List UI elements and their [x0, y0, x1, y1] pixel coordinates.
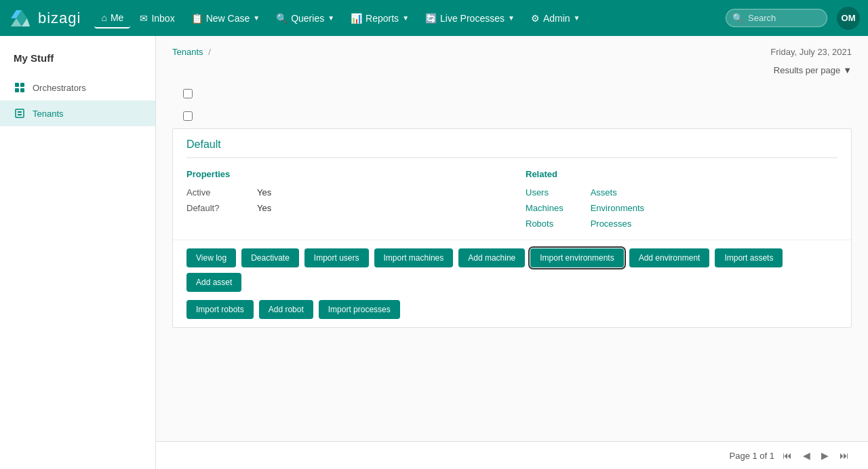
admin-caret-icon: ▼	[574, 14, 580, 22]
import-machines-button[interactable]: Import machines	[374, 248, 454, 267]
sidebar: My Stuff Orchestrators Tenants	[0, 36, 156, 469]
import-robots-button[interactable]: Import robots	[186, 300, 254, 319]
admin-gear-icon: ⚙	[531, 13, 540, 24]
related-machines[interactable]: Machines	[526, 203, 564, 213]
import-users-button[interactable]: Import users	[304, 248, 369, 267]
results-per-page-caret-icon: ▼	[843, 65, 852, 75]
nav-new-case-label: New Case	[206, 13, 250, 24]
nav-queries[interactable]: 🔍 Queries ▼	[269, 9, 341, 28]
logo[interactable]: bizagi	[8, 6, 81, 31]
sidebar-item-orchestrators[interactable]: Orchestrators	[0, 75, 155, 100]
briefcase-icon: 📋	[191, 13, 203, 24]
row-checkbox[interactable]	[183, 111, 193, 121]
import-environments-button[interactable]: Import environments	[530, 248, 623, 267]
main-content: Tenants / Friday, July 23, 2021 Results …	[156, 36, 868, 469]
nav-reports[interactable]: 📊 Reports ▼	[344, 9, 416, 28]
add-environment-button[interactable]: Add environment	[629, 248, 710, 267]
tenant-body: Properties Active Yes Default? Yes Relat…	[173, 158, 851, 240]
search-input[interactable]	[726, 9, 827, 27]
logo-text: bizagi	[38, 10, 81, 27]
live-processes-caret-icon: ▼	[508, 14, 515, 22]
svg-rect-5	[20, 83, 24, 87]
home-icon: ⌂	[101, 12, 106, 23]
prop-active-value: Yes	[257, 187, 271, 198]
prop-default-value: Yes	[257, 203, 271, 213]
nav-me-label: Me	[111, 12, 123, 23]
prop-default-label: Default?	[186, 203, 241, 213]
tenants-icon	[14, 107, 26, 119]
reports-chart-icon: 📊	[351, 13, 362, 24]
related-section: Related Users Machines Robots Assets Env…	[526, 169, 837, 229]
new-case-caret-icon: ▼	[253, 14, 260, 22]
import-processes-button[interactable]: Import processes	[319, 300, 400, 319]
bizagi-logo-icon	[8, 6, 33, 31]
avatar[interactable]: OM	[837, 7, 860, 30]
related-col-2: Assets Environments Processes	[591, 187, 644, 229]
tenant-card: Default Properties Active Yes Default? Y…	[172, 128, 852, 328]
nav-queries-label: Queries	[291, 13, 324, 24]
breadcrumb-separator: /	[208, 47, 211, 57]
results-per-page-label: Results per page	[774, 65, 840, 75]
related-title: Related	[526, 169, 837, 179]
svg-rect-8	[16, 109, 24, 117]
properties-title: Properties	[186, 169, 498, 179]
nav-live-processes-label: Live Processes	[440, 13, 505, 24]
add-robot-button[interactable]: Add robot	[259, 300, 313, 319]
search-wrapper: 🔍	[726, 9, 827, 27]
nav-admin[interactable]: ⚙ Admin ▼	[524, 9, 587, 28]
pagination-label: Page 1 of 1	[730, 451, 775, 461]
date-label: Friday, July 23, 2021	[770, 47, 852, 57]
nav-new-case[interactable]: 📋 New Case ▼	[184, 9, 267, 28]
deactivate-button[interactable]: Deactivate	[241, 248, 299, 267]
actions-row: View logDeactivateImport usersImport mac…	[173, 240, 851, 327]
related-environments[interactable]: Environments	[591, 203, 644, 213]
sidebar-title: My Stuff	[0, 47, 155, 75]
results-per-page[interactable]: Results per page ▼	[172, 65, 852, 75]
breadcrumb-tenants[interactable]: Tenants	[172, 47, 203, 57]
prop-active: Active Yes	[186, 187, 498, 198]
prop-active-label: Active	[186, 187, 241, 198]
view-log-button[interactable]: View log	[186, 248, 236, 267]
related-assets[interactable]: Assets	[591, 187, 644, 198]
sidebar-item-tenants[interactable]: Tenants	[0, 100, 155, 126]
inbox-icon: ✉	[140, 13, 148, 24]
nav-reports-label: Reports	[366, 13, 399, 24]
svg-rect-10	[18, 114, 22, 115]
top-bar: Tenants / Friday, July 23, 2021	[172, 47, 852, 57]
tenant-name[interactable]: Default	[186, 138, 221, 150]
first-page-button[interactable]: ⏮	[780, 449, 795, 462]
nav-live-processes[interactable]: 🔄 Live Processes ▼	[418, 9, 521, 28]
reports-caret-icon: ▼	[402, 14, 409, 22]
orchestrators-icon	[14, 81, 26, 94]
top-nav: bizagi ⌂ Me ✉ Inbox 📋 New Case ▼ 🔍 Queri…	[0, 0, 868, 36]
app-body: My Stuff Orchestrators Tenants	[0, 36, 868, 469]
import-assets-button[interactable]: Import assets	[715, 248, 783, 267]
last-page-button[interactable]: ⏭	[837, 449, 852, 462]
next-page-button[interactable]: ▶	[818, 449, 831, 462]
related-processes[interactable]: Processes	[591, 219, 644, 229]
related-col-1: Users Machines Robots	[526, 187, 564, 229]
add-asset-button[interactable]: Add asset	[186, 273, 241, 292]
add-machine-button[interactable]: Add machine	[458, 248, 525, 267]
row-checkbox-wrapper	[172, 106, 852, 128]
tenant-card-header: Default	[173, 129, 851, 157]
pagination-bar: Page 1 of 1 ⏮ ◀ ▶ ⏭	[156, 441, 868, 469]
related-links: Users Machines Robots Assets Environment…	[526, 187, 837, 229]
related-robots[interactable]: Robots	[526, 219, 564, 229]
properties-section: Properties Active Yes Default? Yes	[186, 169, 498, 229]
related-users[interactable]: Users	[526, 187, 564, 198]
sidebar-tenants-label: Tenants	[33, 109, 64, 119]
sidebar-orchestrators-label: Orchestrators	[33, 83, 86, 93]
nav-admin-label: Admin	[543, 13, 570, 24]
queries-caret-icon: ▼	[328, 14, 334, 22]
breadcrumb: Tenants /	[172, 47, 214, 57]
select-all-checkbox[interactable]	[183, 89, 193, 98]
queries-search-icon: 🔍	[276, 13, 288, 24]
nav-me[interactable]: ⌂ Me	[94, 8, 130, 29]
svg-rect-9	[18, 111, 22, 113]
prev-page-button[interactable]: ◀	[800, 449, 813, 462]
nav-inbox[interactable]: ✉ Inbox	[133, 9, 181, 28]
header-checkbox-wrapper	[172, 83, 852, 106]
svg-rect-7	[20, 88, 24, 92]
prop-default: Default? Yes	[186, 203, 498, 213]
